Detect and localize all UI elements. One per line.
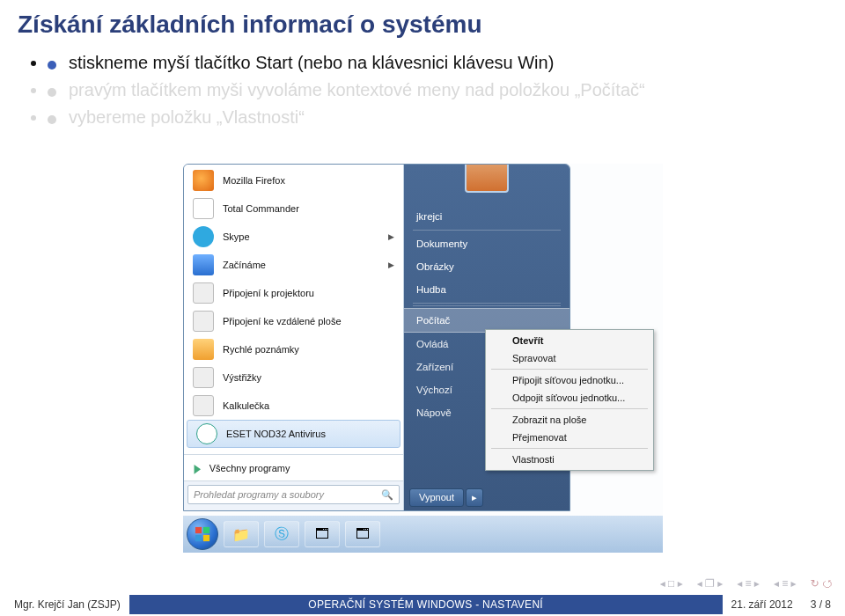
start-menu-right-item[interactable]: jkrejci: [404, 205, 569, 228]
start-menu-item[interactable]: Total Commander: [184, 194, 403, 223]
slide-title: Získání základních informací o systému: [0, 0, 845, 48]
start-menu-item[interactable]: Skype▶: [184, 223, 403, 251]
start-menu-item[interactable]: Začínáme▶: [184, 251, 403, 279]
start-menu-item-label: Skype: [223, 231, 250, 242]
nav-redo-icon[interactable]: ↻ ⭯: [811, 577, 833, 590]
app-icon: [193, 311, 214, 332]
start-menu-item-label: Mozilla Firefox: [223, 175, 285, 186]
app-icon: [193, 395, 214, 416]
bullet-list: stiskneme myší tlačítko Start (nebo na k…: [0, 48, 845, 142]
start-menu-left-column: Mozilla FirefoxTotal CommanderSkype▶Začí…: [184, 165, 404, 510]
start-menu-right-item[interactable]: Hudba: [404, 278, 569, 301]
all-programs-item[interactable]: ▶ Všechny programy: [184, 454, 403, 480]
app-icon: [193, 339, 214, 360]
search-icon: 🔍: [381, 489, 393, 501]
shutdown-row: Vypnout ▸: [409, 488, 564, 507]
slide-footer: Mgr. Krejčí Jan (ZSJP) OPERAČNÍ SYSTÉM W…: [0, 593, 845, 616]
search-row: Prohledat programy a soubory 🔍: [184, 480, 403, 510]
footer-page-number: 3 / 8: [811, 598, 831, 611]
svg-rect-1: [203, 527, 209, 533]
chevron-right-icon: ▶: [388, 232, 394, 241]
start-menu-right-item[interactable]: Dokumenty: [404, 232, 569, 255]
arrow-right-icon: ▶: [195, 461, 202, 475]
svg-rect-2: [195, 535, 202, 541]
shutdown-options-button[interactable]: ▸: [466, 488, 483, 507]
context-menu-separator: [491, 408, 648, 409]
user-avatar: [465, 164, 509, 193]
footer-date: 21. září 2012: [731, 598, 793, 611]
context-menu-separator: [491, 448, 648, 449]
start-menu-item[interactable]: Výstřižky: [184, 363, 403, 392]
app-icon: [193, 254, 214, 275]
start-menu-item-label: Kalkulečka: [223, 400, 269, 411]
bullet-item: pravým tlačítkem myši vyvoláme kontextov…: [48, 78, 819, 102]
start-menu-item-label: ESET NOD32 Antivirus: [226, 429, 326, 439]
context-menu-item[interactable]: Odpojit síťovou jednotku...: [488, 389, 651, 407]
context-menu-item[interactable]: Připojit síťovou jednotku...: [488, 371, 651, 389]
start-orb[interactable]: [187, 518, 218, 550]
taskbar-explorer-icon[interactable]: 📁: [224, 521, 259, 547]
taskbar: 📁 Ⓢ 🗔 🗔: [183, 516, 663, 553]
footer-title: OPERAČNÍ SYSTÉM WINDOWS - NASTAVENÍ: [129, 595, 723, 614]
start-menu-item[interactable]: Kalkulečka: [184, 392, 403, 420]
start-menu-item-label: Začínáme: [223, 260, 266, 270]
context-menu-item[interactable]: Zobrazit na ploše: [488, 411, 651, 429]
app-icon: [193, 170, 214, 191]
nav-section-icon[interactable]: ◂ ≡ ▸: [774, 577, 797, 590]
context-menu: OtevřítSpravovatPřipojit síťovou jednotk…: [485, 329, 654, 471]
app-icon: [193, 367, 214, 388]
taskbar-skype-icon[interactable]: Ⓢ: [264, 521, 299, 547]
bullet-item: vybereme položku „Vlastnosti“: [48, 106, 819, 129]
start-menu-item-label: Připojení k projektoru: [223, 288, 314, 298]
nav-begin-icon[interactable]: ◂ □ ▸: [660, 577, 683, 590]
start-menu-item[interactable]: Rychlé poznámky: [184, 335, 403, 363]
start-menu-item-label: Total Commander: [223, 203, 299, 214]
taskbar-app-icon-2[interactable]: 🗔: [345, 521, 380, 547]
shutdown-button[interactable]: Vypnout: [409, 488, 464, 507]
start-menu-item[interactable]: Mozilla Firefox: [184, 166, 403, 194]
context-menu-separator: [491, 369, 648, 370]
svg-rect-3: [203, 535, 209, 541]
start-menu-screenshot: Mozilla FirefoxTotal CommanderSkype▶Začí…: [183, 164, 663, 553]
taskbar-app-icon[interactable]: 🗔: [305, 521, 340, 547]
chevron-right-icon: ▶: [388, 260, 394, 269]
app-icon: [196, 423, 217, 444]
start-menu-item-label: Připojení ke vzdálené ploše: [223, 316, 342, 326]
nav-subsection-icon[interactable]: ◂ ≡ ▸: [737, 577, 760, 590]
start-menu-item-label: Rychlé poznámky: [223, 344, 299, 355]
bullet-item: stiskneme myší tlačítko Start (nebo na k…: [48, 51, 819, 75]
svg-rect-0: [195, 527, 202, 533]
context-menu-item[interactable]: Otevřít: [488, 332, 651, 349]
context-menu-item[interactable]: Vlastnosti: [488, 451, 651, 468]
context-menu-item[interactable]: Spravovat: [488, 349, 651, 367]
beamer-nav-icons: ◂ □ ▸ ◂ ❐ ▸ ◂ ≡ ▸ ◂ ≡ ▸ ↻ ⭯: [660, 577, 833, 590]
start-menu-item[interactable]: Připojení k projektoru: [184, 279, 403, 307]
app-icon: [193, 198, 214, 219]
nav-frame-icon[interactable]: ◂ ❐ ▸: [697, 577, 723, 590]
app-icon: [193, 282, 214, 304]
start-menu-item[interactable]: Připojení ke vzdálené ploše: [184, 307, 403, 335]
start-menu-right-item[interactable]: Obrázky: [404, 255, 569, 278]
footer-author: Mgr. Krejčí Jan (ZSJP): [14, 598, 121, 611]
context-menu-item[interactable]: Přejmenovat: [488, 429, 651, 446]
search-placeholder: Prohledat programy a soubory: [194, 489, 324, 500]
all-programs-label: Všechny programy: [209, 463, 290, 473]
start-menu-item-label: Výstřižky: [223, 372, 261, 383]
search-input[interactable]: Prohledat programy a soubory 🔍: [187, 485, 400, 504]
windows-logo-icon: [195, 526, 210, 542]
start-menu-item[interactable]: ESET NOD32 Antivirus: [187, 420, 400, 448]
app-icon: [193, 226, 214, 247]
